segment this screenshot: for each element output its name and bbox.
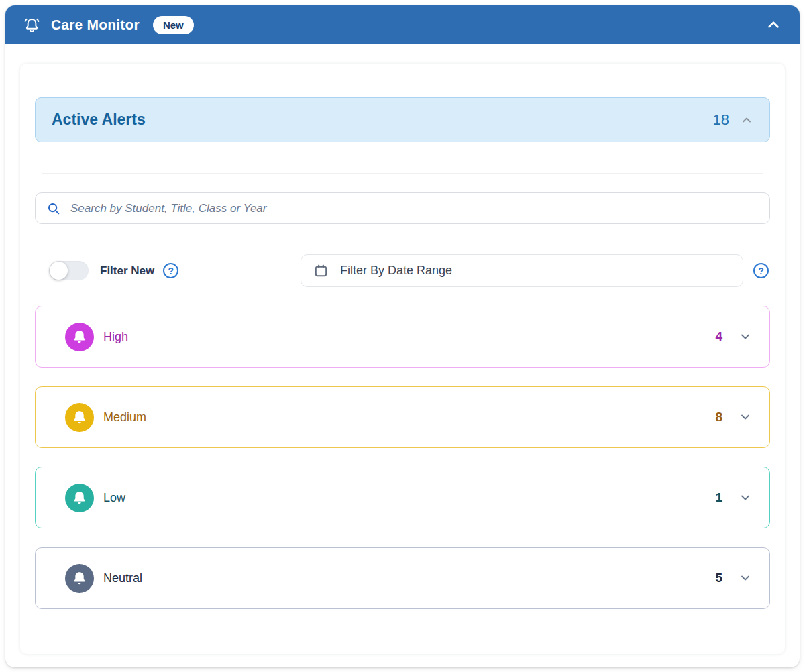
category-row-neutral[interactable]: Neutral 5 bbox=[35, 547, 770, 609]
expand-medium-chevron-down-icon[interactable] bbox=[739, 410, 752, 424]
search-input[interactable] bbox=[70, 202, 759, 215]
calendar-icon bbox=[313, 263, 329, 278]
date-range-help-icon[interactable]: ? bbox=[753, 263, 769, 278]
active-alerts-title: Active Alerts bbox=[52, 111, 146, 129]
search-icon bbox=[46, 201, 61, 216]
category-count: 5 bbox=[715, 571, 722, 585]
category-label: Medium bbox=[103, 410, 146, 425]
search-box bbox=[35, 192, 770, 224]
care-monitor-widget: Care Monitor New Active Alerts 18 bbox=[5, 5, 800, 667]
filter-new-label: Filter New bbox=[100, 264, 154, 278]
category-label: Neutral bbox=[103, 571, 142, 585]
high-bell-icon bbox=[65, 323, 94, 351]
expand-neutral-chevron-down-icon[interactable] bbox=[739, 571, 752, 585]
neutral-bell-icon bbox=[65, 564, 94, 593]
filter-new-toggle[interactable] bbox=[49, 261, 89, 280]
widget-title: Care Monitor bbox=[51, 17, 140, 33]
category-row-high[interactable]: High 4 bbox=[35, 306, 770, 368]
toggle-knob bbox=[50, 262, 68, 280]
filter-row: Filter New ? Filter By Date Range ? bbox=[35, 254, 770, 287]
filter-new-help-icon[interactable]: ? bbox=[163, 263, 178, 278]
medium-bell-icon bbox=[65, 403, 94, 432]
category-count: 4 bbox=[715, 329, 722, 344]
new-badge: New bbox=[153, 16, 194, 34]
category-row-medium[interactable]: Medium 8 bbox=[35, 386, 770, 448]
category-label: Low bbox=[103, 491, 125, 505]
expand-high-chevron-down-icon[interactable] bbox=[739, 330, 752, 343]
date-range-label: Filter By Date Range bbox=[340, 264, 452, 278]
expand-low-chevron-down-icon[interactable] bbox=[739, 491, 752, 504]
category-count: 1 bbox=[715, 490, 722, 505]
bell-icon bbox=[23, 16, 41, 34]
widget-header: Care Monitor New bbox=[5, 5, 800, 44]
date-range-field[interactable]: Filter By Date Range bbox=[301, 254, 743, 287]
active-alerts-bar[interactable]: Active Alerts 18 bbox=[35, 97, 770, 142]
divider bbox=[42, 173, 763, 174]
category-label: High bbox=[103, 330, 128, 344]
alerts-panel: Active Alerts 18 Filter New ? bbox=[20, 64, 785, 654]
category-row-low[interactable]: Low 1 bbox=[35, 467, 770, 528]
active-alerts-count: 18 bbox=[713, 111, 729, 129]
low-bell-icon bbox=[65, 484, 94, 512]
collapse-alerts-chevron-up-icon[interactable] bbox=[740, 113, 753, 127]
collapse-widget-chevron-up-icon[interactable] bbox=[765, 16, 782, 34]
category-count: 8 bbox=[715, 410, 722, 425]
